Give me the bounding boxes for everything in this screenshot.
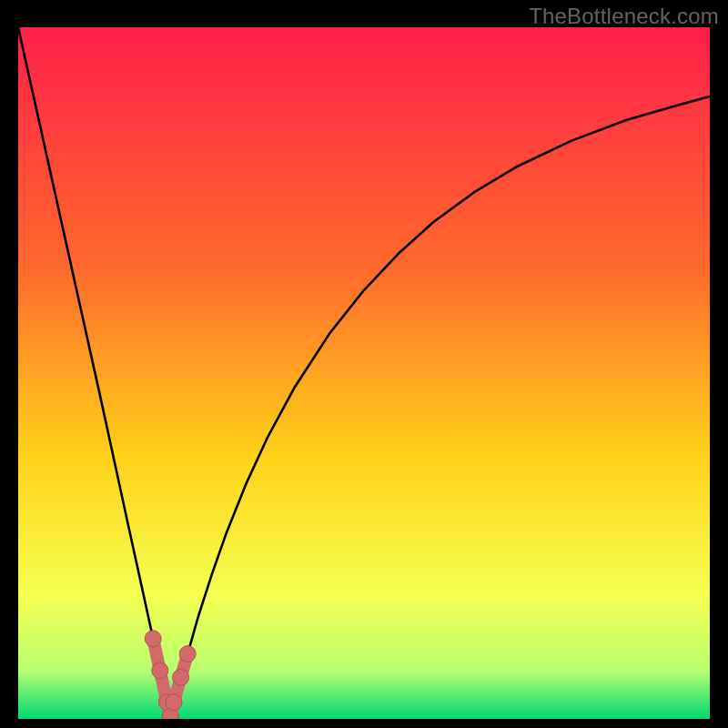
watermark-text: TheBottleneck.com	[529, 4, 719, 29]
notch-marker-dot	[145, 631, 161, 647]
chart-frame	[18, 27, 710, 719]
gradient-background	[18, 27, 710, 719]
notch-marker-dot	[173, 669, 189, 685]
notch-marker-dot	[152, 662, 168, 679]
bottleneck-chart	[18, 27, 710, 719]
notch-marker-dot	[166, 694, 182, 711]
notch-marker-dot	[179, 646, 196, 662]
